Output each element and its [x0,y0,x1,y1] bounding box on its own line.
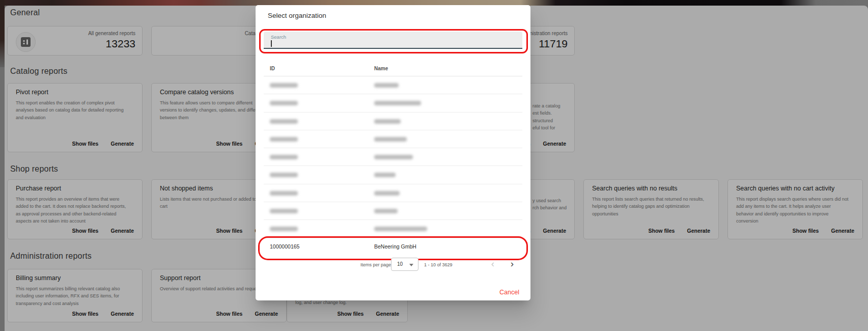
org-table-header: ID Name [264,58,522,76]
redacted-id-pill [270,227,298,231]
org-table-row-redacted[interactable] [264,184,522,202]
redacted-name-pill [374,101,421,105]
redacted-name-pill [374,191,400,196]
pagination-range-label: 1 - 10 of 3629 [424,262,453,267]
screen: General All generated reports 13233 Cata… [0,0,868,331]
redacted-name-pill [374,227,427,231]
org-table-row-redacted[interactable] [264,166,522,184]
redacted-name-pill [374,83,399,88]
redacted-id-pill [270,119,298,124]
redacted-name-pill [374,137,407,142]
redacted-id-pill [270,137,298,142]
org-table-row-redacted[interactable] [264,130,522,148]
org-table-rows [264,76,522,238]
org-table-row-redacted[interactable] [264,94,522,112]
next-page-button[interactable]: › [505,257,519,271]
previous-page-button[interactable]: ‹ [486,257,500,271]
org-id-cell: 1000000165 [270,243,299,250]
redacted-name-pill [374,173,396,177]
redacted-id-pill [270,155,298,159]
items-per-page-value: 10 [397,261,403,267]
column-header-id: ID [270,66,275,71]
redacted-id-pill [270,83,298,88]
cancel-button[interactable]: Cancel [499,289,519,296]
redacted-id-pill [270,101,298,105]
search-input[interactable] [270,39,512,48]
organization-search-field[interactable]: Search [264,32,522,49]
dialog-title: Select organization [268,12,326,19]
redacted-name-pill [374,155,413,159]
select-organization-dialog: Select organization Search ID Name 10000… [256,5,530,300]
items-per-page-select[interactable]: 10 [391,258,418,271]
org-row-beneering[interactable]: 1000000165 BeNeering GmbH [264,238,522,257]
org-name-cell: BeNeering GmbH [374,243,416,250]
redacted-id-pill [270,173,298,177]
redacted-id-pill [270,191,298,196]
org-table-row-redacted[interactable] [264,202,522,220]
redacted-id-pill [270,209,298,213]
chevron-down-icon [409,264,413,266]
org-table-row-redacted[interactable] [264,113,522,130]
column-header-name: Name [374,66,388,71]
redacted-name-pill [374,209,398,213]
org-table-row-redacted[interactable] [264,76,522,94]
redacted-name-pill [374,119,401,124]
org-table-row-redacted[interactable] [264,220,522,238]
org-table-row-redacted[interactable] [264,148,522,166]
items-per-page-label: Items per page [360,262,391,267]
